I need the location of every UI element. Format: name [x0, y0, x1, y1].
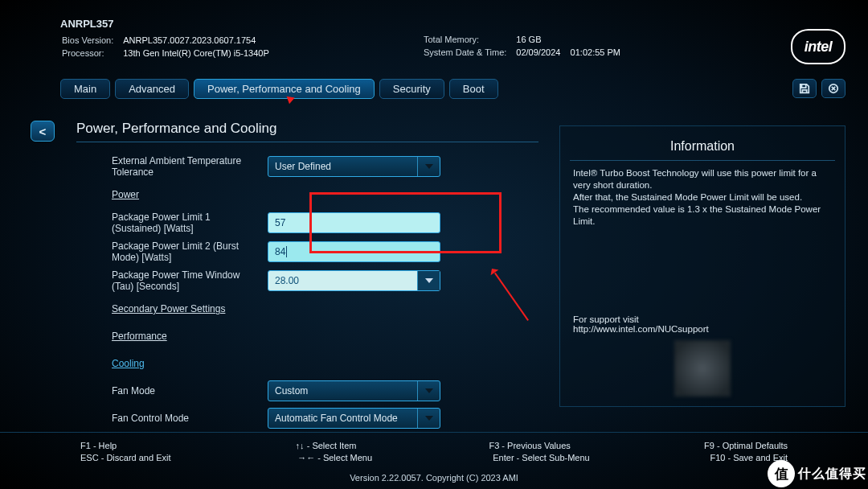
- fan-control-value: Automatic Fan Control Mode: [268, 413, 417, 424]
- footer: F1 - Help ↑↓ - Select Item F3 - Previous…: [0, 432, 868, 465]
- ext-temp-label: External Ambient Temperature Tolerance: [76, 154, 268, 179]
- tab-security[interactable]: Security: [379, 79, 444, 99]
- date-value: 02/09/2024: [516, 47, 560, 57]
- bios-value: ANRPL357.0027.2023.0607.1754: [123, 35, 277, 46]
- ext-temp-select[interactable]: User Defined: [268, 156, 440, 177]
- exit-icon-button[interactable]: [821, 79, 845, 98]
- tau-label: Package Power Time Window (Tau) [Seconds…: [76, 268, 268, 294]
- watermark-text: 什么值得买: [798, 466, 866, 483]
- cpu-value: 13th Gen Intel(R) Core(TM) i5-1340P: [123, 47, 277, 59]
- info-panel: Information Intel® Turbo Boost Technolog…: [559, 125, 845, 407]
- floppy-icon: [799, 83, 810, 94]
- dropdown-arrow-icon: [417, 157, 440, 176]
- intel-logo: intel: [791, 29, 845, 64]
- fan-mode-select[interactable]: Custom: [268, 380, 440, 401]
- help-f1: F1 - Help: [80, 441, 296, 450]
- info-image-blur: [674, 340, 731, 397]
- tau-value: 28.00: [268, 275, 417, 286]
- fan-control-select[interactable]: Automatic Fan Control Mode: [268, 408, 440, 429]
- performance-link[interactable]: Performance: [76, 329, 268, 343]
- save-icon-button[interactable]: [792, 79, 817, 98]
- tab-power-perf-cooling[interactable]: Power, Performance and Cooling: [194, 79, 375, 99]
- back-button[interactable]: <: [31, 121, 55, 142]
- help-updown: ↑↓ - Select Item: [296, 441, 489, 450]
- text-cursor: [286, 246, 287, 257]
- time-value: 01:02:55 PM: [571, 47, 620, 57]
- tab-advanced[interactable]: Advanced: [115, 79, 189, 99]
- header-info: ANRPL357 Bios Version:ANRPL357.0027.2023…: [60, 18, 868, 60]
- pl2-input[interactable]: 84: [268, 241, 440, 262]
- product-name: ANRPL357: [60, 18, 868, 30]
- pl1-input[interactable]: 57: [268, 212, 440, 233]
- pl2-value: 84: [275, 246, 285, 257]
- watermark-icon: 值: [768, 460, 795, 487]
- dropdown-arrow-icon: [417, 381, 440, 401]
- support-label: For support visit: [573, 314, 639, 324]
- footer-version: Version 2.22.0057. Copyright (C) 2023 AM…: [0, 473, 868, 483]
- help-esc: ESC - Discard and Exit: [80, 453, 297, 462]
- datetime-label: System Date & Time:: [424, 47, 514, 58]
- tab-main[interactable]: Main: [60, 79, 110, 99]
- mem-label: Total Memory:: [424, 34, 514, 45]
- fan-mode-value: Custom: [268, 385, 417, 397]
- close-circle-icon: [828, 83, 839, 94]
- watermark: 值 什么值得买: [768, 460, 866, 487]
- tab-boot[interactable]: Boot: [449, 79, 498, 99]
- bios-label: Bios Version:: [62, 35, 121, 46]
- fan-control-label: Fan Control Mode: [76, 411, 268, 425]
- help-f9: F9 - Optimal Defaults: [704, 441, 788, 450]
- power-heading-link[interactable]: Power: [76, 187, 268, 202]
- ext-temp-value: User Defined: [268, 161, 417, 172]
- tau-select[interactable]: 28.00: [268, 270, 440, 291]
- dropdown-arrow-icon: [417, 409, 440, 428]
- cooling-link[interactable]: Cooling: [76, 356, 268, 371]
- fan-mode-label: Fan Mode: [76, 384, 268, 398]
- page-title: Power, Performance and Cooling: [76, 121, 538, 137]
- nav-tabs: Main Advanced Power, Performance and Coo…: [60, 77, 845, 100]
- info-support: For support visit http://www.intel.com/N…: [573, 314, 709, 334]
- settings-panel: Power, Performance and Cooling External …: [76, 121, 538, 434]
- pl1-value: 57: [275, 217, 285, 228]
- pl1-label: Package Power Limit 1 (Sustained) [Watts…: [76, 210, 268, 236]
- dropdown-arrow-icon: [417, 271, 440, 290]
- info-title: Information: [560, 126, 845, 160]
- cpu-label: Processor:: [62, 47, 121, 59]
- help-enter: Enter - Select Sub-Menu: [493, 453, 710, 462]
- info-body: Intel® Turbo Boost Technology will use t…: [560, 161, 845, 228]
- help-leftright: →← - Select Menu: [297, 453, 493, 462]
- help-f3: F3 - Previous Values: [489, 441, 704, 450]
- pl2-label: Package Power Limit 2 (Burst Mode) [Watt…: [76, 239, 268, 265]
- support-url: http://www.intel.com/NUCsupport: [573, 324, 709, 334]
- mem-value: 16 GB: [516, 34, 628, 45]
- secondary-power-link[interactable]: Secondary Power Settings: [76, 302, 268, 316]
